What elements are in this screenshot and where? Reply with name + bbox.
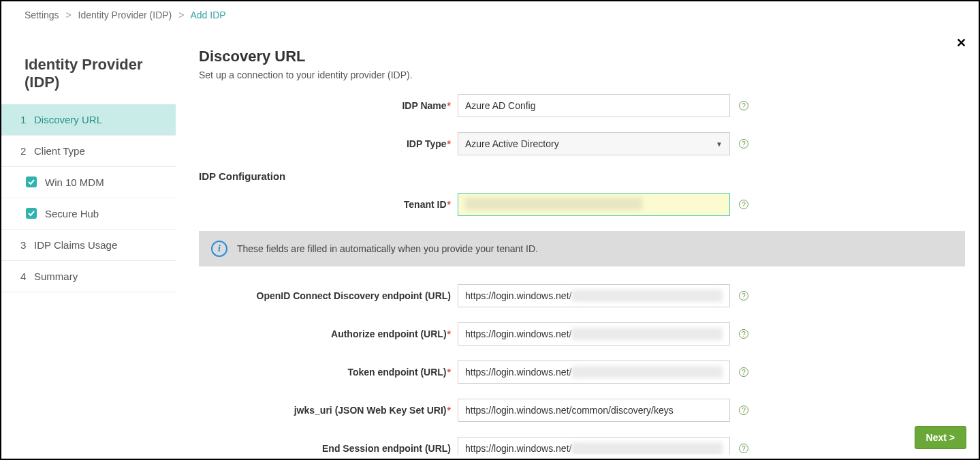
sidebar-item-summary[interactable]: 4 Summary (1, 261, 176, 292)
end-session-endpoint-label: End Session endpoint (URL) (199, 443, 458, 454)
help-icon[interactable]: ? (739, 291, 748, 301)
help-icon[interactable]: ? (739, 444, 748, 453)
breadcrumb: Settings > Identity Provider (IDP) > Add… (1, 1, 979, 29)
sidebar-item-label: Summary (34, 271, 78, 282)
breadcrumb-sep: > (65, 10, 71, 20)
sidebar-item-label: Discovery URL (34, 114, 102, 125)
end-session-endpoint-input[interactable]: https://login.windows.net/ (458, 437, 730, 455)
openid-endpoint-label: OpenID Connect Discovery endpoint (URL) (199, 290, 458, 301)
breadcrumb-settings[interactable]: Settings (25, 10, 59, 20)
openid-endpoint-input[interactable]: https://login.windows.net/ (458, 284, 730, 307)
close-icon[interactable]: ✕ (956, 35, 966, 50)
info-icon: i (211, 241, 227, 257)
sidebar-item-idp-claims-usage[interactable]: 3 IDP Claims Usage (1, 230, 176, 261)
tenant-id-input[interactable] (458, 193, 730, 216)
main-panel: ✕ Discovery URL Set up a connection to y… (176, 29, 979, 455)
breadcrumb-sep: > (178, 10, 184, 20)
jwks-uri-label: jwks_uri (JSON Web Key Set URI)* (199, 405, 458, 416)
help-icon[interactable]: ? (739, 367, 748, 377)
idp-configuration-heading: IDP Configuration (199, 170, 965, 182)
sidebar-item-num: 3 (20, 239, 34, 251)
help-icon[interactable]: ? (739, 329, 748, 339)
redacted-value (571, 290, 723, 302)
redacted-value (571, 366, 723, 378)
sidebar-sub-label: Secure Hub (45, 208, 99, 219)
sidebar-sub-secure-hub[interactable]: Secure Hub (1, 198, 176, 230)
page-title: Discovery URL (199, 48, 965, 65)
next-button[interactable]: Next > (915, 426, 966, 449)
page-subtitle: Set up a connection to your identity pro… (199, 70, 965, 80)
authorize-endpoint-label: Authorize endpoint (URL)* (199, 328, 458, 339)
token-endpoint-input[interactable]: https://login.windows.net/ (458, 361, 730, 384)
sidebar-item-num: 2 (20, 145, 34, 157)
sidebar: Identity Provider (IDP) 1 Discovery URL … (1, 29, 176, 455)
tenant-id-label: Tenant ID* (199, 199, 458, 210)
help-icon[interactable]: ? (739, 200, 748, 209)
authorize-endpoint-input[interactable]: https://login.windows.net/ (458, 322, 730, 346)
sidebar-item-label: IDP Claims Usage (34, 239, 117, 251)
sidebar-item-num: 4 (20, 271, 34, 282)
idp-type-select[interactable]: Azure Active Directory ▼ (458, 132, 730, 155)
redacted-value (465, 198, 642, 210)
checkbox-checked-icon[interactable] (26, 177, 37, 187)
sidebar-item-num: 1 (20, 114, 34, 125)
breadcrumb-idp[interactable]: Identity Provider (IDP) (78, 10, 172, 20)
help-icon[interactable]: ? (739, 139, 748, 149)
idp-name-label: IDP Name* (199, 100, 458, 111)
breadcrumb-add-idp[interactable]: Add IDP (190, 10, 225, 20)
info-message: These fields are filled in automatically… (237, 243, 538, 254)
idp-type-label: IDP Type* (199, 138, 458, 149)
info-banner: i These fields are filled in automatical… (199, 231, 965, 266)
redacted-value (571, 328, 723, 340)
sidebar-sub-label: Win 10 MDM (45, 177, 104, 188)
caret-down-icon: ▼ (716, 140, 723, 148)
sidebar-sub-win10-mdm[interactable]: Win 10 MDM (1, 167, 176, 198)
jwks-uri-input[interactable] (458, 399, 730, 422)
checkbox-checked-icon[interactable] (26, 208, 37, 219)
idp-type-value: Azure Active Directory (465, 138, 559, 149)
redacted-value (571, 442, 723, 455)
idp-name-input[interactable] (458, 94, 730, 117)
token-endpoint-label: Token endpoint (URL)* (199, 367, 458, 378)
sidebar-item-label: Client Type (34, 145, 85, 157)
help-icon[interactable]: ? (739, 405, 748, 415)
sidebar-title: Identity Provider (IDP) (1, 56, 176, 104)
sidebar-item-client-type[interactable]: 2 Client Type (1, 136, 176, 167)
sidebar-item-discovery-url[interactable]: 1 Discovery URL (1, 104, 176, 136)
help-icon[interactable]: ? (739, 101, 748, 110)
